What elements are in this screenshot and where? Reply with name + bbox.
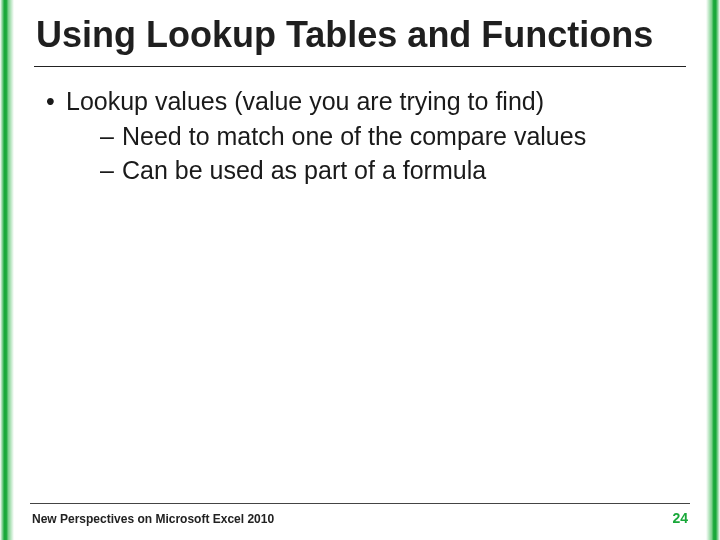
bullet-level1: • Lookup values (value you are trying to… <box>44 85 688 118</box>
bullet-level2: – Need to match one of the compare value… <box>44 120 688 153</box>
slide-footer: New Perspectives on Microsoft Excel 2010… <box>22 503 698 526</box>
bullet-list: • Lookup values (value you are trying to… <box>32 85 688 187</box>
right-border-decoration <box>706 0 720 540</box>
page-number: 24 <box>672 510 688 526</box>
footer-source: New Perspectives on Microsoft Excel 2010 <box>32 512 274 526</box>
slide-content: Using Lookup Tables and Functions • Look… <box>22 0 698 540</box>
bullet-text: Need to match one of the compare values <box>122 120 586 153</box>
left-border-decoration <box>0 0 14 540</box>
slide-title: Using Lookup Tables and Functions <box>32 14 688 66</box>
bullet-text: Lookup values (value you are trying to f… <box>66 85 544 118</box>
bullet-icon: • <box>44 85 66 118</box>
dash-icon: – <box>100 120 122 153</box>
bullet-level2: – Can be used as part of a formula <box>44 154 688 187</box>
footer-rule <box>30 503 690 504</box>
footer-row: New Perspectives on Microsoft Excel 2010… <box>22 510 698 526</box>
bullet-text: Can be used as part of a formula <box>122 154 486 187</box>
dash-icon: – <box>100 154 122 187</box>
title-underline <box>34 66 686 67</box>
